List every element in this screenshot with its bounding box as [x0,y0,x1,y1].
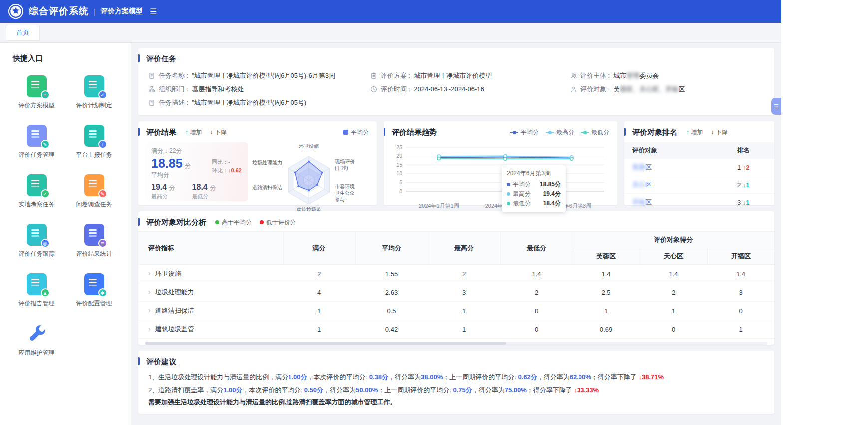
task-field-department: 组织部门 : 基层指导和考核处 [148,82,370,96]
column-header: 最低分 [500,232,573,265]
clock-icon [370,86,377,93]
legend-decrease[interactable]: ↓ 下降 [210,128,226,137]
district-link[interactable]: 开福区 [632,198,652,206]
indicator-row[interactable]: ›垃圾处理能力 42.6332 2.5 2 3 [138,283,774,302]
quick-entry-sidebar: 快捷入口 ≡ 评价方案模型 ✓ 评价计划制定 ✎ 评价任务管理 ↑ 平台上报任务 [0,43,131,425]
sidebar-item-platform-report[interactable]: ↑ 平台上报任务 [65,122,123,159]
sidebar-item-task-management[interactable]: ✎ 评价任务管理 [8,122,65,159]
district-score: 1 [640,302,707,320]
sidebar-item-label: 评价计划制定 [65,101,123,110]
max-score-block: 19.4 分 最高分 [151,183,175,200]
legend-min[interactable]: 最低分 [581,128,609,137]
user-icon [570,86,577,93]
sidebar-item-label: 评价报告管理 [8,299,65,308]
sidebar-item-report-management[interactable]: ▲ 评价报告管理 [8,270,65,308]
legend-marker [510,132,518,133]
legend-increase[interactable]: ↑ 增加 [686,128,703,137]
expand-chevron-icon[interactable]: › [148,306,151,314]
legend-below-average: 低于评价分 [260,218,296,227]
sidebar-item-plan-making[interactable]: ✓ 评价计划制定 [65,72,123,110]
decline-value: ↓38.71% [638,373,664,381]
line-chart: 0510152025 2024年1月第1周2024年6月第1周2024年6月第3… [384,141,617,210]
indicator-row[interactable]: ›建筑垃圾监管 10.4210 0.69 0 1 [138,320,774,339]
svg-text:0: 0 [399,188,402,194]
column-header: 评价指标 [138,232,283,265]
ranking-panel: 评价对象排名 ↑ 增加 ↓ 下降 评价对象 排名 [624,121,774,205]
org-icon [148,86,155,93]
ranking-row: 芙蓉区 1 ↑2 [624,159,774,176]
doc-icon [148,72,155,79]
column-header: 满分 [283,232,355,265]
legend-max[interactable]: 最高分 [546,128,574,137]
average-score-value: 18.85 [151,156,183,170]
task-field-scheme: 评价方案 : 城市管理干净城市评价模型 [370,69,570,82]
task-field-target: 评价对象 : 芙蓉区、天心区、开福区 [570,82,766,96]
district-score: 2.5 [573,283,640,302]
red-dot-icon [260,220,264,224]
task-field-grid: 任务名称 : "城市管理干净城市评价模型(周6月05号)-6月第3周 评价方案 … [138,68,774,115]
legend-increase[interactable]: ↑ 增加 [185,128,202,137]
sidebar-item-label: 评价配置管理 [65,299,123,308]
main-content: 评价任务 任务名称 : "城市管理干净城市评价模型(周6月05号)-6月第3周 … [131,43,781,425]
trend-panel: 评价结果趋势 平均分 最高分 最低分 0510152025 2024年1月第1周… [384,121,617,205]
menu-toggle-icon[interactable]: ☰ [150,7,157,16]
sidebar-title: 快捷入口 [0,43,131,70]
expand-chevron-icon[interactable]: › [148,269,151,277]
doc-plan-icon: ✓ [84,75,104,97]
quick-panel-toggle[interactable]: ☰ [771,98,781,115]
suggestion-line: 1、生活垃圾处理设计能力与清运量的比例，满分1.00分，本次评价的平均分: 0.… [138,371,774,384]
indicator-row[interactable]: ›道路清扫保洁 10.510 1 1 0 [138,302,774,320]
doc-task-icon: ✎ [27,125,47,147]
legend-decrease[interactable]: ↓ 下降 [711,128,727,137]
task-field-time: 评价时间 : 2024-06-13~2024-06-16 [370,82,570,96]
district-link[interactable]: 芙蓉区 [632,163,652,171]
min-score-block: 18.4 分 最低分 [192,183,216,200]
panel-title: 评价对象排名 [632,128,677,137]
indicator-row[interactable]: ›环卫设施 21.5521.4 1.4 1.4 1.4 [138,265,774,283]
sidebar-item-config-management[interactable]: ✱ 评价配置管理 [65,270,123,308]
task-info-panel: 评价任务 任务名称 : "城市管理干净城市评价模型(周6月05号)-6月第3周 … [138,48,774,115]
sidebar-item-field-inspection[interactable]: ✓ 实地考察任务 [8,171,65,209]
district-score: 1 [707,320,774,339]
chart-tooltip: 2024年6月第3周 平均分18.85分 最高分19.4分 最低分18.4分 [502,165,566,212]
app-window: 综合评价系统 | 评价方案模型 ☰ 首页 快捷入口 ≡ 评价方案模型 ✓ 评价计… [0,0,781,425]
district-link[interactable]: 天心区 [632,181,652,188]
sidebar-item-plan-model[interactable]: ≡ 评价方案模型 [8,72,65,110]
wrench-icon [27,323,47,345]
expand-chevron-icon[interactable]: › [148,288,151,296]
tooltip-title: 2024年6月第3周 [507,169,561,178]
district-column-header: 天心区 [640,248,707,265]
monitor-icon: ✓ [27,174,47,196]
expand-chevron-icon[interactable]: › [148,325,151,333]
line-chart-canvas: 0510152025 [391,141,608,200]
doc-model-icon: ≡ [27,75,47,97]
task-field-name: 任务名称 : "城市管理干净城市评价模型(周6月05号)-6月第3周 [148,69,370,82]
x-axis-label: 2024年1月第1周 [419,202,459,210]
comparison-table: 评价指标 满分 平均分 最高分 最低分 评价对象得分 芙蓉区 天心区 开福区 [138,231,774,339]
tab-home[interactable]: 首页 [6,25,40,41]
doc-text-icon [148,99,155,106]
horizontal-scrollbar[interactable] [145,342,767,345]
clipboard-icon [370,72,377,79]
sidebar-item-task-tracking[interactable]: ◎ 评价任务跟踪 [8,221,65,258]
radar-legend-average[interactable]: 平均分 [343,128,369,137]
app-title: 综合评价系统 [29,5,89,18]
doc-upload-icon: ↑ [84,125,104,147]
sidebar-item-questionnaire[interactable]: ✎ 问卷调查任务 [65,171,123,209]
sidebar-item-label: 评价任务跟踪 [8,250,65,258]
decline-value: ↓33.33% [574,386,599,394]
suggestion-summary: 需要加强生活垃圾处理设计能力与清运量的比例,道路清扫覆盖率方面的城市管理工作。 [138,397,774,414]
sidebar-item-app-maintenance[interactable]: 应用维护管理 [8,320,65,357]
sidebar-item-result-statistics[interactable]: ≣ 评价结果统计 [65,221,123,258]
panel-title: 评价任务 [146,54,176,64]
page: 综合评价系统 | 评价方案模型 ☰ 首页 快捷入口 ≡ 评价方案模型 ✓ 评价计… [0,0,868,425]
radar-axis-label: 垃圾处理能力 [252,159,282,166]
svg-text:5: 5 [399,179,402,185]
page-title: 评价方案模型 [101,7,143,16]
suggestions-panel: 评价建议 1、生活垃圾处理设计能力与清运量的比例，满分1.00分，本次评价的平均… [138,351,774,414]
scrollbar-thumb[interactable] [145,342,506,345]
suggestion-line: 2、道路清扫覆盖率，满分1.00分，本次评价的平均分: 0.50分，得分率为50… [138,384,774,397]
column-header: 最高分 [428,232,500,265]
district-score: 1 [573,302,640,320]
legend-average[interactable]: 平均分 [510,128,539,137]
